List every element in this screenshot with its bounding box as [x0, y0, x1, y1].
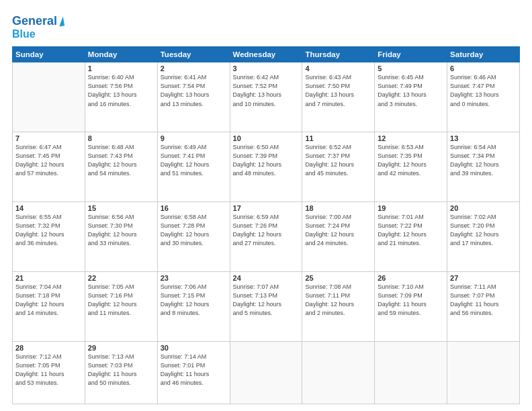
calendar-cell: 20Sunrise: 7:02 AM Sunset: 7:20 PM Dayli… [447, 202, 520, 272]
calendar-week-row: 21Sunrise: 7:04 AM Sunset: 7:18 PM Dayli… [13, 272, 520, 342]
calendar-cell: 27Sunrise: 7:11 AM Sunset: 7:07 PM Dayli… [447, 272, 520, 342]
weekday-header: Tuesday [157, 47, 230, 62]
day-number: 21 [15, 274, 82, 282]
day-detail: Sunrise: 6:54 AM Sunset: 7:34 PM Dayligh… [450, 143, 517, 178]
calendar-cell: 25Sunrise: 7:08 AM Sunset: 7:11 PM Dayli… [302, 272, 375, 342]
calendar-cell: 30Sunrise: 7:14 AM Sunset: 7:01 PM Dayli… [157, 342, 230, 404]
calendar-cell [447, 342, 520, 404]
day-number: 19 [378, 204, 444, 212]
day-detail: Sunrise: 7:06 AM Sunset: 7:15 PM Dayligh… [161, 283, 227, 318]
calendar-cell: 21Sunrise: 7:04 AM Sunset: 7:18 PM Dayli… [13, 272, 85, 342]
day-number: 8 [88, 134, 154, 142]
day-number: 5 [378, 64, 444, 73]
day-detail: Sunrise: 7:05 AM Sunset: 7:16 PM Dayligh… [88, 283, 154, 318]
calendar-cell: 13Sunrise: 6:54 AM Sunset: 7:34 PM Dayli… [447, 132, 520, 202]
calendar-cell: 12Sunrise: 6:53 AM Sunset: 7:35 PM Dayli… [375, 132, 447, 202]
calendar-cell [302, 342, 375, 404]
calendar-cell: 4Sunrise: 6:43 AM Sunset: 7:50 PM Daylig… [302, 62, 375, 132]
calendar-cell [375, 342, 447, 404]
day-number: 25 [305, 274, 371, 282]
calendar-week-row: 1Sunrise: 6:40 AM Sunset: 7:56 PM Daylig… [13, 62, 520, 132]
day-number: 20 [450, 204, 517, 212]
day-detail: Sunrise: 7:10 AM Sunset: 7:09 PM Dayligh… [378, 283, 444, 318]
day-detail: Sunrise: 6:56 AM Sunset: 7:30 PM Dayligh… [88, 213, 154, 248]
weekday-header: Wednesday [230, 47, 302, 62]
day-number: 18 [305, 204, 371, 212]
day-detail: Sunrise: 7:02 AM Sunset: 7:20 PM Dayligh… [450, 213, 517, 248]
calendar-cell: 16Sunrise: 6:58 AM Sunset: 7:28 PM Dayli… [157, 202, 230, 272]
day-detail: Sunrise: 6:42 AM Sunset: 7:52 PM Dayligh… [233, 73, 300, 108]
logo-text-general: General [12, 15, 57, 28]
calendar-cell: 23Sunrise: 7:06 AM Sunset: 7:15 PM Dayli… [157, 272, 230, 342]
logo-arrow-icon [58, 16, 64, 26]
day-number: 27 [450, 274, 517, 282]
calendar-cell: 17Sunrise: 6:59 AM Sunset: 7:26 PM Dayli… [230, 202, 302, 272]
day-detail: Sunrise: 6:49 AM Sunset: 7:41 PM Dayligh… [161, 143, 227, 178]
calendar-cell: 5Sunrise: 6:45 AM Sunset: 7:49 PM Daylig… [375, 62, 447, 132]
day-number: 16 [161, 204, 227, 212]
logo-text-blue: Blue [12, 28, 36, 40]
calendar-cell: 10Sunrise: 6:50 AM Sunset: 7:39 PM Dayli… [230, 132, 302, 202]
calendar-cell: 29Sunrise: 7:13 AM Sunset: 7:03 PM Dayli… [85, 342, 157, 404]
day-number: 29 [88, 344, 154, 352]
calendar-cell: 22Sunrise: 7:05 AM Sunset: 7:16 PM Dayli… [85, 272, 157, 342]
header: General Blue [12, 12, 520, 40]
calendar-cell: 3Sunrise: 6:42 AM Sunset: 7:52 PM Daylig… [230, 62, 302, 132]
calendar-cell: 6Sunrise: 6:46 AM Sunset: 7:47 PM Daylig… [447, 62, 520, 132]
day-detail: Sunrise: 7:08 AM Sunset: 7:11 PM Dayligh… [305, 283, 371, 318]
day-number: 9 [161, 134, 227, 142]
day-number: 10 [233, 134, 300, 142]
day-number: 26 [378, 274, 444, 282]
calendar-week-row: 28Sunrise: 7:12 AM Sunset: 7:05 PM Dayli… [13, 342, 520, 404]
day-number: 2 [161, 64, 227, 73]
calendar-cell: 18Sunrise: 7:00 AM Sunset: 7:24 PM Dayli… [302, 202, 375, 272]
calendar-table: SundayMondayTuesdayWednesdayThursdayFrid… [12, 46, 520, 404]
day-detail: Sunrise: 7:01 AM Sunset: 7:22 PM Dayligh… [378, 213, 444, 248]
calendar-cell: 28Sunrise: 7:12 AM Sunset: 7:05 PM Dayli… [13, 342, 85, 404]
logo: General Blue [12, 15, 64, 40]
day-detail: Sunrise: 7:12 AM Sunset: 7:05 PM Dayligh… [15, 353, 82, 387]
day-detail: Sunrise: 6:46 AM Sunset: 7:47 PM Dayligh… [450, 73, 517, 108]
calendar-week-row: 14Sunrise: 6:55 AM Sunset: 7:32 PM Dayli… [13, 202, 520, 272]
calendar-cell: 1Sunrise: 6:40 AM Sunset: 7:56 PM Daylig… [85, 62, 157, 132]
calendar-cell: 9Sunrise: 6:49 AM Sunset: 7:41 PM Daylig… [157, 132, 230, 202]
weekday-header: Monday [85, 47, 157, 62]
day-number: 24 [233, 274, 300, 282]
day-detail: Sunrise: 6:50 AM Sunset: 7:39 PM Dayligh… [233, 143, 300, 178]
calendar-cell [13, 62, 85, 132]
day-detail: Sunrise: 6:48 AM Sunset: 7:43 PM Dayligh… [88, 143, 154, 178]
day-detail: Sunrise: 7:14 AM Sunset: 7:01 PM Dayligh… [161, 353, 227, 387]
header-row: SundayMondayTuesdayWednesdayThursdayFrid… [13, 47, 520, 62]
day-detail: Sunrise: 7:07 AM Sunset: 7:13 PM Dayligh… [233, 283, 300, 318]
weekday-header: Sunday [13, 47, 85, 62]
day-detail: Sunrise: 6:59 AM Sunset: 7:26 PM Dayligh… [233, 213, 300, 248]
weekday-header: Friday [375, 47, 447, 62]
day-detail: Sunrise: 7:11 AM Sunset: 7:07 PM Dayligh… [450, 283, 517, 318]
day-number: 30 [161, 344, 227, 352]
day-detail: Sunrise: 6:45 AM Sunset: 7:49 PM Dayligh… [378, 73, 444, 108]
day-detail: Sunrise: 6:58 AM Sunset: 7:28 PM Dayligh… [161, 213, 227, 248]
day-detail: Sunrise: 6:41 AM Sunset: 7:54 PM Dayligh… [161, 73, 227, 108]
day-detail: Sunrise: 7:13 AM Sunset: 7:03 PM Dayligh… [88, 353, 154, 387]
calendar-week-row: 7Sunrise: 6:47 AM Sunset: 7:45 PM Daylig… [13, 132, 520, 202]
calendar-cell: 2Sunrise: 6:41 AM Sunset: 7:54 PM Daylig… [157, 62, 230, 132]
calendar-cell: 11Sunrise: 6:52 AM Sunset: 7:37 PM Dayli… [302, 132, 375, 202]
page: General Blue SundayMondayTuesdayWednesda… [0, 0, 532, 411]
calendar-cell: 24Sunrise: 7:07 AM Sunset: 7:13 PM Dayli… [230, 272, 302, 342]
calendar-cell: 15Sunrise: 6:56 AM Sunset: 7:30 PM Dayli… [85, 202, 157, 272]
day-detail: Sunrise: 6:40 AM Sunset: 7:56 PM Dayligh… [88, 73, 154, 108]
day-detail: Sunrise: 6:52 AM Sunset: 7:37 PM Dayligh… [305, 143, 371, 178]
calendar-cell: 26Sunrise: 7:10 AM Sunset: 7:09 PM Dayli… [375, 272, 447, 342]
day-number: 28 [15, 344, 82, 352]
day-detail: Sunrise: 7:04 AM Sunset: 7:18 PM Dayligh… [15, 283, 82, 318]
weekday-header: Thursday [302, 47, 375, 62]
day-number: 22 [88, 274, 154, 282]
calendar-cell: 19Sunrise: 7:01 AM Sunset: 7:22 PM Dayli… [375, 202, 447, 272]
day-number: 1 [88, 64, 154, 73]
day-detail: Sunrise: 6:47 AM Sunset: 7:45 PM Dayligh… [15, 143, 82, 178]
day-number: 15 [88, 204, 154, 212]
day-number: 13 [450, 134, 517, 142]
day-number: 3 [233, 64, 300, 73]
day-number: 7 [15, 134, 82, 142]
day-number: 4 [305, 64, 371, 73]
